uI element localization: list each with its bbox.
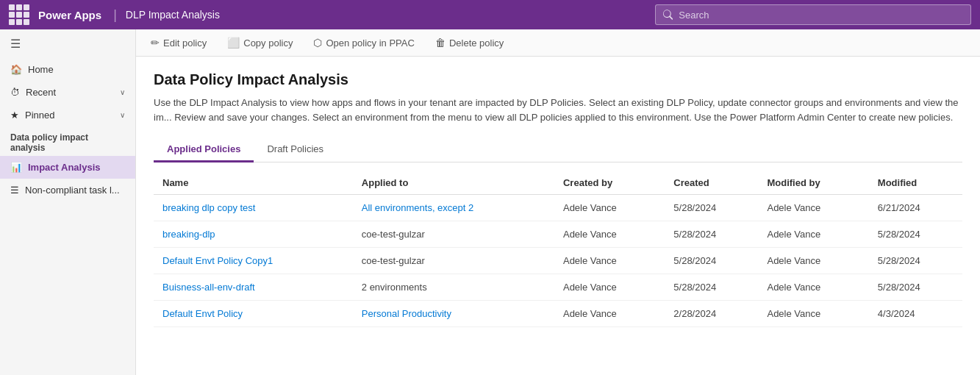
cell-created-by: Adele Vance: [554, 221, 665, 248]
sidebar-item-non-compliant[interactable]: ☰ Non-compliant task l...: [0, 179, 135, 201]
col-modified: Modified: [869, 171, 962, 195]
sidebar-item-impact-analysis[interactable]: 📊 Impact Analysis: [0, 156, 135, 179]
table-row: Default Envt PolicyPersonal Productivity…: [154, 301, 962, 327]
recent-chevron-icon: ∨: [120, 88, 125, 96]
sidebar-item-home[interactable]: 🏠 Home: [0, 58, 135, 81]
cell-name[interactable]: Default Envt Policy Copy1: [154, 248, 353, 274]
cell-created: 2/28/2024: [665, 301, 758, 327]
col-name: Name: [154, 171, 353, 195]
copy-policy-label: Copy policy: [243, 38, 293, 49]
table-row: Default Envt Policy Copy1coe-test-gulzar…: [154, 248, 962, 274]
cell-modified: 4/3/2024: [869, 301, 962, 327]
edit-policy-label: Edit policy: [163, 38, 207, 49]
open-ppac-label: Open policy in PPAC: [326, 38, 414, 49]
brand-label: Power Apps: [38, 9, 101, 21]
cell-applied-to[interactable]: All environments, except 2: [353, 195, 554, 221]
delete-policy-button[interactable]: 🗑 Delete policy: [432, 35, 507, 50]
table-row: breaking dlp copy testAll environments, …: [154, 195, 962, 221]
toolbar: ✏ Edit policy ⬜ Copy policy ⬡ Open polic…: [136, 29, 980, 57]
search-input[interactable]: [679, 10, 963, 21]
content-area: ✏ Edit policy ⬜ Copy policy ⬡ Open polic…: [136, 29, 980, 375]
sidebar-item-non-compliant-label: Non-compliant task l...: [25, 185, 125, 196]
page-title: Data Policy Impact Analysis: [154, 71, 962, 88]
cell-created: 5/28/2024: [665, 248, 758, 274]
col-created: Created: [665, 171, 758, 195]
search-bar[interactable]: [655, 4, 971, 25]
cell-name[interactable]: breaking-dlp: [154, 221, 353, 248]
pinned-chevron-icon: ∨: [120, 111, 125, 119]
cell-created: 5/28/2024: [665, 195, 758, 221]
cell-created-by: Adele Vance: [554, 195, 665, 221]
sidebar-item-pinned[interactable]: ★ Pinned ∨: [0, 104, 135, 126]
open-ppac-icon: ⬡: [313, 37, 322, 49]
cell-name[interactable]: Buisness-all-env-draft: [154, 274, 353, 301]
pinned-icon: ★: [10, 110, 19, 121]
cell-modified-by: Adele Vance: [758, 301, 868, 327]
home-icon: 🏠: [10, 64, 22, 75]
cell-created-by: Adele Vance: [554, 301, 665, 327]
non-compliant-icon: ☰: [10, 185, 19, 196]
app-grid-icon[interactable]: [9, 4, 29, 25]
cell-modified-by: Adele Vance: [758, 248, 868, 274]
cell-modified: 6/21/2024: [869, 195, 962, 221]
delete-policy-label: Delete policy: [449, 38, 504, 49]
cell-applied-to: 2 environments: [353, 274, 554, 301]
sidebar-item-recent[interactable]: ⏱ Recent ∨: [0, 81, 135, 104]
cell-modified-by: Adele Vance: [758, 195, 868, 221]
cell-modified-by: Adele Vance: [758, 221, 868, 248]
cell-name[interactable]: Default Envt Policy: [154, 301, 353, 327]
sidebar-item-recent-label: Recent: [26, 87, 114, 98]
cell-created-by: Adele Vance: [554, 274, 665, 301]
col-created-by: Created by: [554, 171, 665, 195]
sidebar-hamburger[interactable]: ☰: [0, 29, 135, 58]
edit-icon: ✏: [151, 37, 160, 49]
table-row: Buisness-all-env-draft2 environmentsAdel…: [154, 274, 962, 301]
col-applied-to: Applied to: [353, 171, 554, 195]
main-content: Data Policy Impact Analysis Use the DLP …: [136, 57, 980, 375]
sidebar: ☰ 🏠 Home ⏱ Recent ∨ ★ Pinned ∨ Data poli…: [0, 29, 136, 375]
page-description: Use the DLP Impact Analysis to view how …: [154, 96, 962, 124]
cell-created: 5/28/2024: [665, 221, 758, 248]
tab-applied-policies[interactable]: Applied Policies: [154, 138, 254, 162]
cell-name[interactable]: breaking dlp copy test: [154, 195, 353, 221]
cell-modified: 5/28/2024: [869, 274, 962, 301]
sidebar-item-pinned-label: Pinned: [25, 110, 114, 121]
cell-created-by: Adele Vance: [554, 248, 665, 274]
impact-analysis-icon: 📊: [10, 162, 22, 173]
main-layout: ☰ 🏠 Home ⏱ Recent ∨ ★ Pinned ∨ Data poli…: [0, 29, 980, 375]
tab-draft-policies[interactable]: Draft Policies: [254, 138, 337, 162]
cell-applied-to: coe-test-gulzar: [353, 248, 554, 274]
top-nav: Power Apps | DLP Impact Analysis: [0, 0, 980, 29]
policy-table: Name Applied to Created by Created Modif…: [154, 171, 962, 327]
cell-modified: 5/28/2024: [869, 248, 962, 274]
table-header-row: Name Applied to Created by Created Modif…: [154, 171, 962, 195]
recent-icon: ⏱: [10, 87, 20, 98]
col-modified-by: Modified by: [758, 171, 868, 195]
sidebar-section-label: Data policy impact analysis: [0, 126, 135, 156]
copy-policy-button[interactable]: ⬜ Copy policy: [224, 35, 296, 50]
cell-modified: 5/28/2024: [869, 221, 962, 248]
sidebar-item-home-label: Home: [28, 64, 125, 75]
delete-icon: 🗑: [435, 37, 446, 49]
open-ppac-button[interactable]: ⬡ Open policy in PPAC: [310, 35, 417, 50]
copy-icon: ⬜: [227, 37, 240, 49]
table-row: breaking-dlpcoe-test-gulzarAdele Vance5/…: [154, 221, 962, 248]
cell-modified-by: Adele Vance: [758, 274, 868, 301]
nav-title: DLP Impact Analysis: [126, 9, 220, 21]
cell-created: 5/28/2024: [665, 274, 758, 301]
edit-policy-button[interactable]: ✏ Edit policy: [148, 35, 210, 50]
cell-applied-to[interactable]: Personal Productivity: [353, 301, 554, 327]
sidebar-item-impact-label: Impact Analysis: [28, 162, 125, 173]
nav-separator: |: [113, 7, 117, 23]
tab-bar: Applied Policies Draft Policies: [154, 138, 962, 162]
search-icon: [663, 10, 673, 20]
cell-applied-to: coe-test-gulzar: [353, 221, 554, 248]
